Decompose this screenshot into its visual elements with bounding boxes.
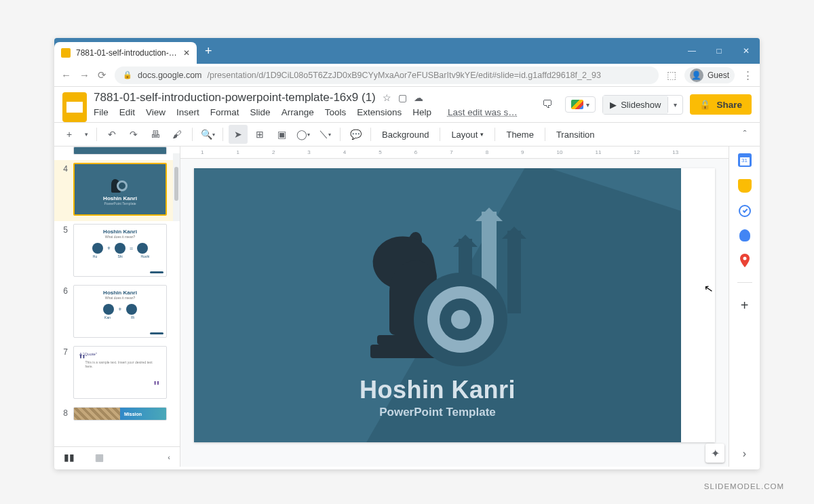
undo-icon[interactable]: ↶ — [102, 125, 121, 144]
url-input[interactable]: 🔒 docs.google.com/presentation/d/1D9CiL0… — [115, 66, 659, 84]
new-slide-button[interactable]: + — [60, 125, 79, 144]
slide-title: Hoshin Kanri — [194, 376, 681, 404]
print-icon[interactable]: 🖶 — [146, 125, 165, 144]
header-actions: 🗨 ▾ ▶Slideshow ▾ 🔒 Share — [537, 94, 752, 115]
filmstrip-view-icon[interactable]: ▮▮ — [64, 452, 75, 463]
slide-canvas[interactable]: Hoshin Kanri PowerPoint Template — [194, 168, 715, 442]
thumb-number: 6 — [61, 285, 68, 338]
nav-back-icon[interactable]: ← — [61, 69, 71, 81]
explore-button[interactable]: ✦ — [705, 444, 724, 463]
filmstrip-scrollbar[interactable] — [173, 153, 180, 221]
target-icon — [414, 273, 507, 366]
image-icon[interactable]: ▣ — [272, 125, 291, 144]
menu-tools[interactable]: Tools — [325, 107, 347, 117]
move-icon[interactable]: ▢ — [398, 92, 407, 103]
comments-icon[interactable]: 🗨 — [537, 94, 558, 115]
browser-tab[interactable]: 7881-01-self-introduction-powe ✕ — [54, 42, 197, 64]
share-button[interactable]: 🔒 Share — [690, 94, 752, 115]
slide-thumbnail-8[interactable]: Mission — [73, 407, 167, 421]
nav-forward-icon[interactable]: → — [79, 69, 90, 81]
slideshow-label: Slideshow — [621, 100, 661, 110]
menu-edit[interactable]: Edit — [119, 107, 135, 117]
transition-button[interactable]: Transition — [551, 125, 600, 144]
window-controls: — □ ✕ — [678, 38, 760, 64]
new-tab-button[interactable]: + — [197, 38, 220, 64]
slide-filmstrip: 4 Hoshin Kanri PowerPoint Template 5 — [54, 147, 180, 467]
maps-icon[interactable] — [738, 254, 752, 267]
profile-label: Guest — [708, 71, 729, 80]
zoom-icon[interactable]: 🔍▾ — [198, 125, 217, 144]
thumb-number: 8 — [61, 407, 68, 421]
menu-help[interactable]: Help — [412, 107, 431, 117]
contacts-icon[interactable] — [739, 229, 750, 241]
address-bar: ← → ⟳ 🔒 docs.google.com/presentation/d/1… — [54, 64, 760, 87]
comment-add-icon[interactable]: 💬 — [346, 125, 365, 144]
browser-menu-icon[interactable]: ⋮ — [743, 69, 753, 81]
tab-title: 7881-01-self-introduction-powe — [76, 48, 178, 58]
star-icon[interactable]: ☆ — [383, 92, 391, 103]
document-title[interactable]: 7881-01-self-introduction-powerpoint-tem… — [94, 91, 376, 104]
select-tool-icon[interactable]: ➤ — [229, 125, 248, 144]
profile-chip[interactable]: 👤 Guest — [684, 67, 735, 83]
slideshow-caret[interactable]: ▾ — [667, 97, 682, 113]
layout-button[interactable]: Layout▾ — [446, 125, 489, 144]
window-minimize-icon[interactable]: — — [678, 38, 705, 64]
slide-thumbnail-4[interactable]: Hoshin Kanri PowerPoint Template — [73, 163, 167, 216]
theme-button[interactable]: Theme — [501, 125, 539, 144]
meet-icon — [571, 100, 583, 109]
background-button[interactable]: Background — [376, 125, 434, 144]
line-icon[interactable]: ＼▾ — [315, 125, 334, 144]
window-close-icon[interactable]: ✕ — [733, 38, 760, 64]
collapse-sidebar-icon[interactable]: ‹ — [168, 453, 170, 461]
meet-button[interactable]: ▾ — [565, 96, 596, 113]
keep-icon[interactable] — [738, 179, 752, 193]
nav-reload-icon[interactable]: ⟳ — [98, 69, 106, 81]
thumb-sub: What does it mean? — [105, 296, 135, 300]
redo-icon[interactable]: ↷ — [124, 125, 143, 144]
window-maximize-icon[interactable]: □ — [705, 38, 733, 64]
thumb-number: 5 — [61, 224, 68, 277]
grid-view-icon[interactable]: ▦ — [95, 452, 104, 463]
slide-canvas-area: 112345678910111213 Hoshin Kanri PowerPoi… — [180, 147, 729, 467]
slide-subtitle: PowerPoint Template — [194, 406, 681, 419]
collapse-sidepanel-icon[interactable]: › — [743, 448, 746, 460]
slide-thumbnail-5[interactable]: Hoshin Kanri What does it mean? += HoShi… — [73, 224, 167, 277]
browser-window: 7881-01-self-introduction-powe ✕ + — □ ✕… — [54, 38, 760, 469]
cloud-saved-icon[interactable]: ☁ — [414, 92, 423, 103]
svg-point-0 — [743, 257, 746, 260]
tab-close-icon[interactable]: ✕ — [183, 48, 190, 58]
add-addon-button[interactable]: + — [741, 298, 749, 313]
menu-format[interactable]: Format — [210, 107, 239, 117]
avatar-icon: 👤 — [690, 69, 703, 82]
horizontal-ruler: 112345678910111213 — [180, 147, 729, 159]
new-slide-caret[interactable]: ▾ — [81, 125, 91, 144]
menu-view[interactable]: View — [146, 107, 166, 117]
shape-icon[interactable]: ◯▾ — [294, 125, 313, 144]
menu-arrange[interactable]: Arrange — [282, 107, 314, 117]
tasks-icon[interactable] — [739, 205, 751, 217]
chevron-down-icon: ▾ — [480, 131, 484, 138]
slideshow-button[interactable]: ▶Slideshow ▾ — [602, 95, 683, 115]
quote-heading: A "Quote" — [79, 352, 161, 356]
slide-thumbnail-6[interactable]: Hoshin Kanri What does it mean? + KanRi — [73, 285, 167, 338]
calendar-icon[interactable]: 31 — [738, 153, 752, 167]
slides-logo-icon[interactable] — [62, 92, 87, 122]
slide-thumbnail-7[interactable]: A "Quote" " This is a sample text. Inser… — [73, 346, 167, 399]
menu-insert[interactable]: Insert — [176, 107, 199, 117]
install-app-icon[interactable]: ⬚ — [667, 69, 676, 81]
mission-label: Mission — [120, 408, 166, 420]
textbox-icon[interactable]: ⊞ — [250, 125, 269, 144]
menu-extensions[interactable]: Extensions — [357, 107, 402, 117]
slide-thumbnail-partial[interactable] — [73, 147, 167, 155]
url-host: docs.google.com — [138, 71, 202, 80]
menu-file[interactable]: File — [94, 107, 109, 117]
collapse-toolbar-icon[interactable]: ˆ — [735, 125, 754, 144]
paint-format-icon[interactable]: 🖌 — [168, 125, 187, 144]
lock-icon: 🔒 — [699, 99, 711, 110]
browser-titlebar: 7881-01-self-introduction-powe ✕ + — □ ✕ — [54, 38, 760, 64]
menu-slide[interactable]: Slide — [250, 107, 271, 117]
url-path: /presentation/d/1D9CiL08o5T6ZzJD0xB9CYyM… — [208, 71, 601, 80]
last-edit-link[interactable]: Last edit was s… — [448, 107, 518, 117]
filmstrip-view-switcher: ▮▮ ▦ ‹ — [54, 446, 180, 467]
share-label: Share — [716, 100, 742, 110]
